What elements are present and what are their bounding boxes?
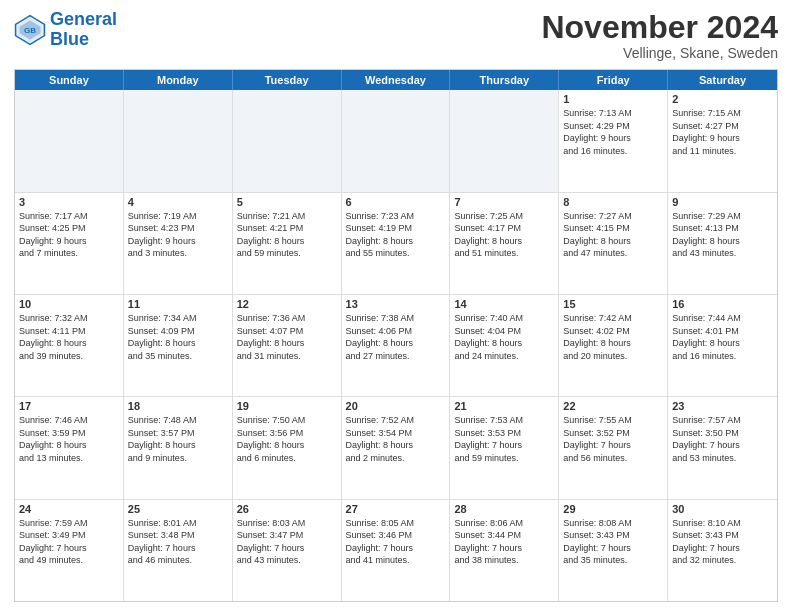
day-info: Sunrise: 8:08 AM Sunset: 3:43 PM Dayligh…	[563, 517, 663, 567]
cal-cell-r0-c5: 1Sunrise: 7:13 AM Sunset: 4:29 PM Daylig…	[559, 90, 668, 191]
cal-row-3: 17Sunrise: 7:46 AM Sunset: 3:59 PM Dayli…	[15, 396, 777, 498]
day-number: 29	[563, 503, 663, 515]
day-info: Sunrise: 7:25 AM Sunset: 4:17 PM Dayligh…	[454, 210, 554, 260]
header-thursday: Thursday	[450, 70, 559, 90]
day-number: 14	[454, 298, 554, 310]
logo: GB General Blue	[14, 10, 117, 50]
day-info: Sunrise: 7:23 AM Sunset: 4:19 PM Dayligh…	[346, 210, 446, 260]
cal-cell-r3-c4: 21Sunrise: 7:53 AM Sunset: 3:53 PM Dayli…	[450, 397, 559, 498]
cal-cell-r1-c0: 3Sunrise: 7:17 AM Sunset: 4:25 PM Daylig…	[15, 193, 124, 294]
day-info: Sunrise: 7:55 AM Sunset: 3:52 PM Dayligh…	[563, 414, 663, 464]
day-info: Sunrise: 8:01 AM Sunset: 3:48 PM Dayligh…	[128, 517, 228, 567]
day-number: 25	[128, 503, 228, 515]
cal-cell-r0-c2	[233, 90, 342, 191]
cal-cell-r3-c2: 19Sunrise: 7:50 AM Sunset: 3:56 PM Dayli…	[233, 397, 342, 498]
day-info: Sunrise: 8:10 AM Sunset: 3:43 PM Dayligh…	[672, 517, 773, 567]
logo-line1: General	[50, 9, 117, 29]
title-block: November 2024 Vellinge, Skane, Sweden	[541, 10, 778, 61]
day-info: Sunrise: 7:57 AM Sunset: 3:50 PM Dayligh…	[672, 414, 773, 464]
day-info: Sunrise: 7:34 AM Sunset: 4:09 PM Dayligh…	[128, 312, 228, 362]
cal-cell-r1-c5: 8Sunrise: 7:27 AM Sunset: 4:15 PM Daylig…	[559, 193, 668, 294]
logo-text: General Blue	[50, 10, 117, 50]
cal-cell-r0-c4	[450, 90, 559, 191]
month-title: November 2024	[541, 10, 778, 45]
day-info: Sunrise: 8:03 AM Sunset: 3:47 PM Dayligh…	[237, 517, 337, 567]
cal-cell-r3-c6: 23Sunrise: 7:57 AM Sunset: 3:50 PM Dayli…	[668, 397, 777, 498]
header-saturday: Saturday	[668, 70, 777, 90]
cal-cell-r1-c4: 7Sunrise: 7:25 AM Sunset: 4:17 PM Daylig…	[450, 193, 559, 294]
logo-line2: Blue	[50, 29, 89, 49]
day-info: Sunrise: 7:42 AM Sunset: 4:02 PM Dayligh…	[563, 312, 663, 362]
day-number: 4	[128, 196, 228, 208]
day-number: 9	[672, 196, 773, 208]
day-number: 18	[128, 400, 228, 412]
day-number: 1	[563, 93, 663, 105]
day-number: 16	[672, 298, 773, 310]
day-info: Sunrise: 7:52 AM Sunset: 3:54 PM Dayligh…	[346, 414, 446, 464]
cal-cell-r2-c2: 12Sunrise: 7:36 AM Sunset: 4:07 PM Dayli…	[233, 295, 342, 396]
day-info: Sunrise: 7:44 AM Sunset: 4:01 PM Dayligh…	[672, 312, 773, 362]
day-number: 5	[237, 196, 337, 208]
day-info: Sunrise: 7:29 AM Sunset: 4:13 PM Dayligh…	[672, 210, 773, 260]
cal-cell-r4-c4: 28Sunrise: 8:06 AM Sunset: 3:44 PM Dayli…	[450, 500, 559, 601]
day-info: Sunrise: 7:40 AM Sunset: 4:04 PM Dayligh…	[454, 312, 554, 362]
day-info: Sunrise: 7:50 AM Sunset: 3:56 PM Dayligh…	[237, 414, 337, 464]
cal-cell-r2-c0: 10Sunrise: 7:32 AM Sunset: 4:11 PM Dayli…	[15, 295, 124, 396]
cal-cell-r3-c3: 20Sunrise: 7:52 AM Sunset: 3:54 PM Dayli…	[342, 397, 451, 498]
svg-text:GB: GB	[24, 26, 36, 35]
day-number: 12	[237, 298, 337, 310]
cal-row-1: 3Sunrise: 7:17 AM Sunset: 4:25 PM Daylig…	[15, 192, 777, 294]
day-info: Sunrise: 7:48 AM Sunset: 3:57 PM Dayligh…	[128, 414, 228, 464]
cal-cell-r2-c3: 13Sunrise: 7:38 AM Sunset: 4:06 PM Dayli…	[342, 295, 451, 396]
cal-cell-r0-c3	[342, 90, 451, 191]
day-number: 27	[346, 503, 446, 515]
cal-row-2: 10Sunrise: 7:32 AM Sunset: 4:11 PM Dayli…	[15, 294, 777, 396]
cal-cell-r0-c6: 2Sunrise: 7:15 AM Sunset: 4:27 PM Daylig…	[668, 90, 777, 191]
day-number: 15	[563, 298, 663, 310]
day-info: Sunrise: 7:17 AM Sunset: 4:25 PM Dayligh…	[19, 210, 119, 260]
calendar-body: 1Sunrise: 7:13 AM Sunset: 4:29 PM Daylig…	[15, 90, 777, 601]
cal-cell-r4-c2: 26Sunrise: 8:03 AM Sunset: 3:47 PM Dayli…	[233, 500, 342, 601]
page: GB General Blue November 2024 Vellinge, …	[0, 0, 792, 612]
header-monday: Monday	[124, 70, 233, 90]
cal-cell-r3-c0: 17Sunrise: 7:46 AM Sunset: 3:59 PM Dayli…	[15, 397, 124, 498]
day-number: 20	[346, 400, 446, 412]
day-info: Sunrise: 7:21 AM Sunset: 4:21 PM Dayligh…	[237, 210, 337, 260]
day-info: Sunrise: 7:36 AM Sunset: 4:07 PM Dayligh…	[237, 312, 337, 362]
cal-cell-r4-c1: 25Sunrise: 8:01 AM Sunset: 3:48 PM Dayli…	[124, 500, 233, 601]
day-number: 21	[454, 400, 554, 412]
day-number: 17	[19, 400, 119, 412]
day-number: 10	[19, 298, 119, 310]
cal-cell-r0-c1	[124, 90, 233, 191]
day-number: 23	[672, 400, 773, 412]
day-info: Sunrise: 7:15 AM Sunset: 4:27 PM Dayligh…	[672, 107, 773, 157]
cal-cell-r3-c1: 18Sunrise: 7:48 AM Sunset: 3:57 PM Dayli…	[124, 397, 233, 498]
calendar: Sunday Monday Tuesday Wednesday Thursday…	[14, 69, 778, 602]
header-tuesday: Tuesday	[233, 70, 342, 90]
day-info: Sunrise: 7:53 AM Sunset: 3:53 PM Dayligh…	[454, 414, 554, 464]
cal-cell-r1-c3: 6Sunrise: 7:23 AM Sunset: 4:19 PM Daylig…	[342, 193, 451, 294]
day-number: 19	[237, 400, 337, 412]
cal-row-0: 1Sunrise: 7:13 AM Sunset: 4:29 PM Daylig…	[15, 90, 777, 191]
day-info: Sunrise: 7:13 AM Sunset: 4:29 PM Dayligh…	[563, 107, 663, 157]
header-wednesday: Wednesday	[342, 70, 451, 90]
cal-row-4: 24Sunrise: 7:59 AM Sunset: 3:49 PM Dayli…	[15, 499, 777, 601]
cal-cell-r4-c0: 24Sunrise: 7:59 AM Sunset: 3:49 PM Dayli…	[15, 500, 124, 601]
day-number: 13	[346, 298, 446, 310]
header-friday: Friday	[559, 70, 668, 90]
day-number: 28	[454, 503, 554, 515]
cal-cell-r1-c2: 5Sunrise: 7:21 AM Sunset: 4:21 PM Daylig…	[233, 193, 342, 294]
day-number: 7	[454, 196, 554, 208]
cal-cell-r2-c1: 11Sunrise: 7:34 AM Sunset: 4:09 PM Dayli…	[124, 295, 233, 396]
day-number: 26	[237, 503, 337, 515]
header: GB General Blue November 2024 Vellinge, …	[14, 10, 778, 61]
day-info: Sunrise: 8:05 AM Sunset: 3:46 PM Dayligh…	[346, 517, 446, 567]
cal-cell-r2-c6: 16Sunrise: 7:44 AM Sunset: 4:01 PM Dayli…	[668, 295, 777, 396]
cal-cell-r0-c0	[15, 90, 124, 191]
cal-cell-r4-c5: 29Sunrise: 8:08 AM Sunset: 3:43 PM Dayli…	[559, 500, 668, 601]
day-number: 11	[128, 298, 228, 310]
subtitle: Vellinge, Skane, Sweden	[541, 45, 778, 61]
cal-cell-r3-c5: 22Sunrise: 7:55 AM Sunset: 3:52 PM Dayli…	[559, 397, 668, 498]
day-info: Sunrise: 8:06 AM Sunset: 3:44 PM Dayligh…	[454, 517, 554, 567]
day-number: 3	[19, 196, 119, 208]
